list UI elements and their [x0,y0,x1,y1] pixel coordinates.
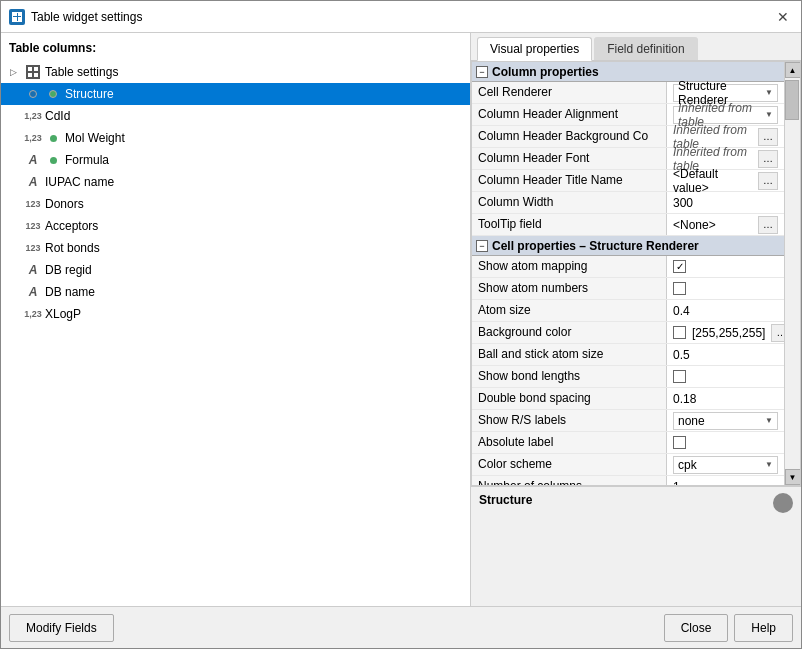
prop-label: Column Header Alignment [472,104,667,125]
tree-item-label: Structure [65,87,114,101]
prop-row-num-columns: Number of columns 1 [472,476,784,485]
atom-mapping-checkbox[interactable] [673,260,686,273]
modify-fields-button[interactable]: Modify Fields [9,614,114,642]
window-title: Table widget settings [31,10,767,24]
bond-lengths-checkbox[interactable] [673,370,686,383]
tree-item-label: Rot bonds [45,241,100,255]
tree-item-label: CdId [45,109,70,123]
preview-panel: Structure [471,486,801,606]
prop-value: 1 [667,476,784,485]
close-window-button[interactable]: ✕ [773,7,793,27]
cell-renderer-select[interactable]: Structure Renderer ▼ [673,84,778,102]
prop-value [667,256,784,277]
close-button[interactable]: Close [664,614,729,642]
scroll-thumb[interactable] [785,80,799,120]
prop-value: 300 [667,192,784,213]
prop-label: Show bond lengths [472,366,667,387]
tree-item-label: DB regid [45,263,92,277]
section-toggle-cell[interactable]: − [476,240,488,252]
tree-item-iupac[interactable]: A IUPAC name [1,171,470,193]
tooltip-btn[interactable]: … [758,216,778,234]
tree-item-label: Mol Weight [65,131,125,145]
help-button[interactable]: Help [734,614,793,642]
tree-item-label: Formula [65,153,109,167]
prop-value: cpk ▼ [667,454,784,475]
prop-row-color-scheme: Color scheme cpk ▼ [472,454,784,476]
dot-green-icon2 [45,130,61,146]
prop-label: Cell Renderer [472,82,667,103]
tree-item-xlogp[interactable]: 1,23 XLogP [1,303,470,325]
bg-color-checkbox[interactable] [673,326,686,339]
prop-value: <Default value> … [667,170,784,191]
col-header-title-btn[interactable]: … [758,172,778,190]
tree-item-structure[interactable]: Structure [1,83,470,105]
tree-item-label: Donors [45,197,84,211]
tree-item-table-settings[interactable]: ▷ Table settings [1,61,470,83]
prop-row-col-width: Column Width 300 [472,192,784,214]
collapse-icon: ▷ [5,64,21,80]
prop-row-col-header-title: Column Header Title Name <Default value>… [472,170,784,192]
prop-label: Color scheme [472,454,667,475]
tree-item-rot-bonds[interactable]: 123 Rot bonds [1,237,470,259]
prop-label: Atom size [472,300,667,321]
scrollbar[interactable]: ▲ ▼ [784,62,800,485]
tree-item-db-regid[interactable]: A DB regid [1,259,470,281]
col-header-bg-btn[interactable]: … [758,128,778,146]
prop-label: Background color [472,322,667,343]
a-icon3: A [25,262,41,278]
prop-row-rs-labels: Show R/S labels none ▼ [472,410,784,432]
color-scheme-select[interactable]: cpk ▼ [673,456,778,474]
bg-color-btn[interactable]: … [771,324,784,342]
tree-item-mol-weight[interactable]: 1,23 Mol Weight [1,127,470,149]
scroll-up-button[interactable]: ▲ [785,62,801,78]
a-icon4: A [25,284,41,300]
prop-row-atom-numbers: Show atom numbers [472,278,784,300]
a-icon2: A [25,174,41,190]
dropdown-arrow-icon3: ▼ [765,416,773,425]
tab-visual[interactable]: Visual properties [477,37,592,61]
rs-labels-select[interactable]: none ▼ [673,412,778,430]
col-header-align-select[interactable]: Inherited from table ▼ [673,106,778,124]
properties-panel: − Column properties Cell Renderer Struct… [472,62,784,485]
num-icon5: 1,23 [25,306,41,322]
prop-label: Show R/S labels [472,410,667,431]
tab-field[interactable]: Field definition [594,37,697,60]
prop-label: Ball and stick atom size [472,344,667,365]
tree-item-label: DB name [45,285,95,299]
section-header-cell: − Cell properties – Structure Renderer [472,236,784,256]
prop-value [667,432,784,453]
tree-item-formula[interactable]: A Formula [1,149,470,171]
right-panel: Visual properties Field definition − Col… [471,33,801,606]
window-icon [9,9,25,25]
prop-label: Column Header Font [472,148,667,169]
prop-label: Column Width [472,192,667,213]
col-header-font-btn[interactable]: … [758,150,778,168]
footer-left: Modify Fields [9,614,114,642]
tree-item-acceptors[interactable]: 123 Acceptors [1,215,470,237]
tree-item-donors[interactable]: 123 Donors [1,193,470,215]
dropdown-arrow-icon: ▼ [765,88,773,97]
prop-row-bg-color: Background color [255,255,255] … [472,322,784,344]
num-icon2: 123 [25,196,41,212]
atom-numbers-checkbox[interactable] [673,282,686,295]
tree-item-cdid[interactable]: 1,23 CdId [1,105,470,127]
prop-label: Column Header Title Name [472,170,667,191]
prop-value: [255,255,255] … [667,322,784,343]
num-icon4: 123 [25,240,41,256]
section-toggle-column[interactable]: − [476,66,488,78]
prop-value: none ▼ [667,410,784,431]
properties-area: − Column properties Cell Renderer Struct… [471,61,801,486]
footer: Modify Fields Close Help [1,606,801,648]
scroll-down-button[interactable]: ▼ [785,469,801,485]
tree-item-db-name[interactable]: A DB name [1,281,470,303]
prop-label: Number of columns [472,476,667,485]
table-icon [25,64,41,80]
absolute-label-checkbox[interactable] [673,436,686,449]
dropdown-arrow-icon2: ▼ [765,110,773,119]
prop-value [667,278,784,299]
section-title-column: Column properties [492,65,599,79]
prop-value: 0.4 [667,300,784,321]
num-icon3: 123 [25,218,41,234]
tree-container: ▷ Table settings Structure [1,59,470,600]
a-icon: A [25,152,41,168]
